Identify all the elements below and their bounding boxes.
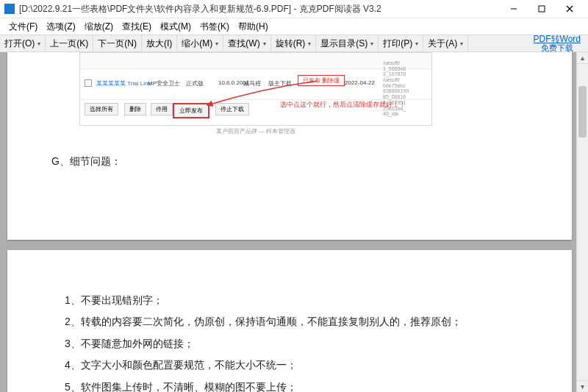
list-item: 4、文字大小和颜色配置要规范，不能大小不统一； <box>65 354 462 376</box>
menu-mode[interactable]: 模式(M) <box>156 19 196 35</box>
menu-help[interactable]: 帮助(H) <box>234 19 273 35</box>
chevron-down-icon: ▾ <box>263 40 266 47</box>
chevron-down-icon: ▾ <box>308 40 311 47</box>
chevron-down-icon: ▾ <box>415 40 418 47</box>
embedded-footer: 某户面面产品牌 — 样本管理器 <box>79 127 432 135</box>
tool-prev-page[interactable]: 上一页(K) <box>46 35 93 51</box>
scroll-up-button[interactable]: ▴ <box>577 52 588 64</box>
tool-zoom-out[interactable]: 缩小(M)▾ <box>177 35 223 51</box>
scroll-thumb[interactable] <box>578 86 587 138</box>
list-item: 2、转载的内容要二次简化，伪原创，保持语句通顺，不能直接复制别人的，推荐原创； <box>65 311 462 332</box>
scroll-down-button[interactable]: ▾ <box>577 380 588 392</box>
embedded-header <box>80 53 431 69</box>
window-title: [D:\2022.9.21一些表格\PDF文件夹\软件内容录入和更新规范-6.9… <box>19 3 500 15</box>
pdf-page: 某某某某某 Trial Link MP安全卫士 正式版 10.6.0 2001 … <box>7 52 572 240</box>
window-controls <box>500 0 584 18</box>
menu-zoom[interactable]: 缩放(Z) <box>80 19 118 35</box>
app-icon <box>4 4 15 14</box>
emb-btn-select-all: 选择所有 <box>85 103 118 115</box>
window-titlebar: [D:\2022.9.21一些表格\PDF文件夹\软件内容录入和更新规范-6.9… <box>0 0 588 18</box>
svg-rect-1 <box>539 6 545 12</box>
content-list: 1、不要出现错别字； 2、转载的内容要二次简化，伪原创，保持语句通顺，不能直接复… <box>65 290 462 392</box>
toolbar: 打开(O)▾ 上一页(K) 下一页(N) 放大(I) 缩小(M)▾ 查找(W)▾… <box>0 35 588 52</box>
minimize-button[interactable] <box>500 0 528 18</box>
chevron-down-icon: ▾ <box>215 40 218 47</box>
cell-date: 2022-04-22 <box>345 79 375 86</box>
vertical-scrollbar[interactable]: ▴ ▾ <box>576 52 588 392</box>
tool-about[interactable]: 关于(A)▾ <box>423 35 468 51</box>
tool-print[interactable]: 打印(P)▾ <box>379 35 423 51</box>
embedded-screenshot: 某某某某某 Trial Link MP安全卫士 正式版 10.6.0 2001 … <box>79 52 432 126</box>
close-button[interactable] <box>556 0 584 18</box>
list-item: 3、不要随意加外网的链接； <box>65 333 462 354</box>
list-item: 1、不要出现错别字； <box>65 290 462 311</box>
pdf-page: 1、不要出现错别字； 2、转载的内容要二次简化，伪原创，保持语句通顺，不能直接复… <box>7 250 572 392</box>
maximize-button[interactable] <box>528 0 556 18</box>
chevron-down-icon: ▾ <box>370 40 373 47</box>
tool-show-toc[interactable]: 显示目录(S)▾ <box>316 35 379 51</box>
tool-next-page[interactable]: 下一页(N) <box>93 35 142 51</box>
chevron-down-icon: ▾ <box>37 40 40 47</box>
promo-link-pdf2word[interactable]: PDF转Word <box>534 35 581 44</box>
tool-open[interactable]: 打开(O)▾ <box>0 35 46 51</box>
list-item: 5、软件图集上传时，不清晰、模糊的图不要上传； <box>65 377 462 392</box>
cell-status: 正式版 <box>186 79 204 88</box>
cell-vendor: MP安全卫士 <box>148 79 180 88</box>
promo-sub[interactable]: 免费下载 <box>541 44 573 53</box>
annotation-arrow-icon <box>204 81 321 107</box>
emb-btn-disable: 停用 <box>151 103 173 115</box>
section-heading-g: G、细节问题： <box>51 155 121 168</box>
tool-zoom-in[interactable]: 放大(I) <box>142 35 177 51</box>
tool-find[interactable]: 查找(W)▾ <box>223 35 270 51</box>
emb-btn-delete: 删除 <box>124 103 146 115</box>
chevron-down-icon: ▾ <box>460 40 463 47</box>
menu-find[interactable]: 查找(E) <box>118 19 156 35</box>
document-viewport[interactable]: 某某某某某 Trial Link MP安全卫士 正式版 10.6.0 2001 … <box>0 52 588 392</box>
promo-box: PDF转Word 免费下载 <box>526 35 588 51</box>
menu-options[interactable]: 选项(Z) <box>42 19 79 35</box>
checkbox-icon <box>85 79 92 87</box>
cell-name: 某某某某某 Trial Link <box>96 79 151 88</box>
tool-rotate[interactable]: 旋转(R)▾ <box>271 35 317 51</box>
menubar: 文件(F) 选项(Z) 缩放(Z) 查找(E) 模式(M) 书签(K) 帮助(H… <box>0 18 588 35</box>
menu-bookmark[interactable]: 书签(K) <box>196 19 234 35</box>
menu-file[interactable]: 文件(F) <box>4 19 42 35</box>
